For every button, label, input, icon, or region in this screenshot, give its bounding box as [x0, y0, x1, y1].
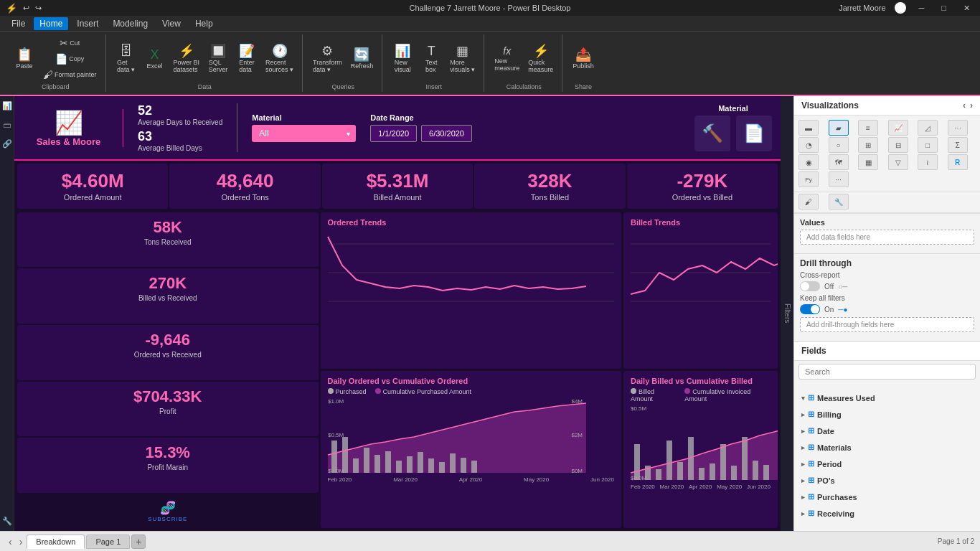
paste-btn[interactable]: 📋 Paste — [11, 47, 37, 71]
viz-line-icon[interactable]: 📈 — [888, 120, 908, 136]
model-view-icon[interactable]: 🔗 — [0, 137, 14, 151]
kpi-value-3: 328K — [483, 171, 616, 192]
stat-2-label: Average Billed Days — [138, 144, 222, 152]
transform-btn[interactable]: ⚙ Transformdata ▾ — [310, 43, 345, 75]
right-panel: Visualizations ‹ › ▬ ▰ ≡ 📈 ◿ ⋯ ◔ ○ ⊞ ⊟ □… — [793, 96, 980, 531]
cross-report-off-icon: ○─ — [838, 283, 847, 291]
right-kpi-0: 58K Tons Received — [17, 212, 319, 268]
cross-report-label: Cross-report — [800, 271, 974, 279]
report-view-icon[interactable]: 📊 — [0, 99, 14, 113]
date-start-btn[interactable]: 1/1/2020 — [370, 125, 417, 142]
viz-scatter-icon[interactable]: ⋯ — [948, 120, 968, 136]
close-btn[interactable]: ✕ — [959, 4, 974, 13]
fields-search-input[interactable] — [798, 364, 976, 380]
field-chevron-measures: ▾ — [801, 395, 805, 402]
enter-data-btn[interactable]: 📝 Enterdata — [234, 43, 260, 75]
quick-measure-btn[interactable]: ⚡ Quickmeasure — [525, 43, 556, 75]
menu-home[interactable]: Home — [34, 17, 68, 30]
visualizations-label: Visualizations — [801, 100, 859, 110]
viz-card-icon[interactable]: □ — [918, 137, 938, 153]
add-drill-field[interactable]: Add drill-through fields here — [800, 317, 974, 332]
format-painter-btn[interactable]: 🖌 Format painter — [40, 67, 100, 82]
format-icon[interactable]: 🔧 — [0, 514, 14, 528]
viz-kpi-icon[interactable]: Σ — [948, 137, 968, 153]
viz-r-icon[interactable]: R — [948, 154, 968, 170]
viz-treemap-icon[interactable]: ▦ — [858, 154, 878, 170]
viz-area-icon[interactable]: ◿ — [918, 120, 938, 136]
minimize-btn[interactable]: ─ — [915, 4, 929, 12]
main-layout: 📊 🗃 🔗 🔧 📈 Sales & Moore 52 Average Days … — [0, 96, 980, 531]
viz-donut-icon[interactable]: ○ — [829, 137, 849, 153]
new-visual-btn[interactable]: 📊 Newvisual — [390, 43, 415, 75]
data-view-icon[interactable]: 🗃 — [1, 118, 13, 131]
brand-name: Sales & Moore — [37, 136, 101, 147]
get-data-btn[interactable]: 🗄 Getdata ▾ — [113, 43, 139, 75]
viz-bar-icon[interactable]: ▬ — [798, 120, 819, 136]
svg-rect-15 — [418, 452, 423, 473]
material-dropdown-wrapper[interactable]: All Material A Material B ▾ — [252, 125, 356, 142]
refresh-btn[interactable]: 🔄 Refresh — [348, 47, 377, 71]
sql-btn[interactable]: 🔲 SQLServer — [205, 43, 231, 75]
maximize-btn[interactable]: □ — [937, 4, 951, 12]
viz-stacked-bar-icon[interactable]: ▰ — [829, 120, 849, 136]
viz-filter-icon[interactable]: 🔧 — [829, 194, 849, 209]
undo-btn[interactable]: ↩ — [23, 4, 29, 13]
menu-file[interactable]: File — [6, 17, 31, 30]
powerbi-datasets-btn[interactable]: ⚡ Power BIdatasets — [171, 43, 203, 75]
add-tab-btn[interactable]: + — [131, 534, 146, 549]
viz-table-icon[interactable]: ⊞ — [858, 137, 878, 153]
cross-report-toggle[interactable] — [800, 281, 820, 291]
viz-py-icon[interactable]: Py — [798, 171, 819, 187]
viz-icons-row2: 🖌 🔧 — [794, 192, 980, 213]
date-end-btn[interactable]: 6/30/2020 — [421, 125, 472, 142]
text-box-btn[interactable]: T Textbox — [418, 43, 444, 75]
cut-btn[interactable]: ✂ Cut — [40, 36, 100, 50]
recent-sources-icon: 🕐 — [272, 44, 288, 57]
tab-nav-left[interactable]: ‹ — [6, 536, 15, 547]
viz-waterfall-icon[interactable]: ≀ — [918, 154, 938, 170]
ribbon: 📋 Paste ✂ Cut 📄 Copy 🖌 Format painter Cl… — [0, 32, 980, 96]
right-kpi-label-0: Tons Received — [24, 238, 311, 246]
viz-funnel-icon[interactable]: ▽ — [888, 154, 908, 170]
menu-view[interactable]: View — [156, 17, 187, 30]
viz-pie-icon[interactable]: ◔ — [798, 137, 819, 153]
filters-sidebar[interactable]: Filters — [781, 96, 793, 531]
new-measure-btn[interactable]: fx Newmeasure — [491, 44, 522, 73]
menu-insert[interactable]: Insert — [71, 17, 104, 30]
tab-page1[interactable]: Page 1 — [86, 534, 130, 549]
viz-icons-grid: ▬ ▰ ≡ 📈 ◿ ⋯ ◔ ○ ⊞ ⊟ □ Σ ◉ 🗺 ▦ ▽ ≀ R Py ·… — [794, 116, 980, 192]
redo-btn[interactable]: ↪ — [35, 4, 42, 13]
viz-more-icon[interactable]: ··· — [829, 171, 849, 187]
window-title: Challenge 7 Jarrett Moore - Power BI Des… — [410, 4, 571, 12]
more-visuals-btn[interactable]: ▦ Morevisuals ▾ — [447, 43, 478, 75]
viz-panel-back[interactable]: ‹ — [963, 100, 966, 110]
kpi-row: $4.60M Ordered Amount 48,640 Ordered Ton… — [14, 161, 781, 210]
add-values-field[interactable]: Add data fields here — [800, 230, 974, 245]
viz-clustered-bar-icon[interactable]: ≡ — [858, 120, 878, 136]
text-box-icon: T — [428, 44, 435, 57]
charts-area: Ordered Trends — [14, 210, 781, 531]
menu-modeling[interactable]: Modeling — [107, 17, 154, 30]
excel-btn[interactable]: X Excel — [142, 47, 168, 71]
recent-sources-btn[interactable]: 🕐 Recentsources ▾ — [263, 43, 296, 75]
copy-btn[interactable]: 📄 Copy — [40, 52, 100, 66]
enter-data-icon: 📝 — [239, 44, 255, 57]
right-kpi-value-2: -9,646 — [24, 331, 311, 349]
right-kpi-4: 15.3% Profit Marain — [17, 438, 319, 493]
daily-billed-title: Daily Billed vs Cumulative Billed — [631, 377, 771, 385]
field-section-materials: ▸ ⊞ Materials — [798, 441, 976, 454]
viz-matrix-icon[interactable]: ⊟ — [888, 137, 908, 153]
keep-filters-toggle[interactable] — [800, 304, 820, 314]
publish-btn[interactable]: 📤 Publish — [570, 47, 597, 71]
viz-gauge-icon[interactable]: ◉ — [798, 154, 819, 170]
viz-format-icon[interactable]: 🖌 — [798, 194, 819, 209]
menu-help[interactable]: Help — [189, 17, 219, 30]
tab-nav-right[interactable]: › — [17, 536, 26, 547]
svg-rect-19 — [461, 458, 466, 473]
material-dropdown[interactable]: All Material A Material B — [252, 125, 356, 142]
tab-breakdown[interactable]: Breakdown — [27, 534, 85, 549]
field-chevron-billing: ▸ — [801, 411, 805, 418]
kpi-label-4: Ordered vs Billed — [636, 193, 769, 202]
viz-panel-forward[interactable]: › — [970, 100, 973, 110]
viz-map-icon[interactable]: 🗺 — [829, 154, 849, 170]
